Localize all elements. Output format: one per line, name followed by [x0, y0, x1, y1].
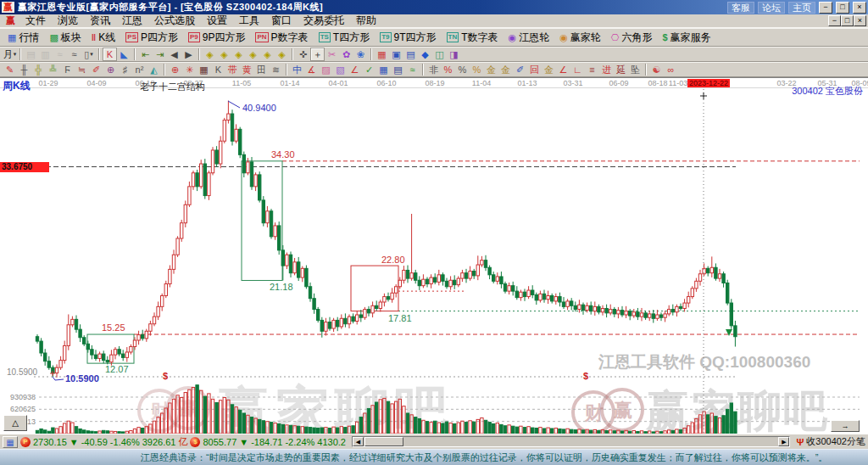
close-button[interactable]: ×: [853, 2, 866, 14]
nav-cut-tool-icon[interactable]: ✂: [325, 48, 339, 61]
nav-gann-diamond-4-icon[interactable]: ◈: [246, 48, 260, 61]
draw-percent-icon[interactable]: %: [455, 63, 470, 76]
nav-trend-flag-icon[interactable]: ◣: [117, 48, 131, 61]
draw-bars-icon[interactable]: 非: [426, 63, 441, 76]
menu-item-0[interactable]: 文件: [19, 14, 52, 28]
menu-item-1[interactable]: 浏览: [52, 14, 84, 28]
draw-advance-icon[interactable]: 进: [599, 63, 614, 76]
expand-pane-button[interactable]: △: [3, 415, 27, 431]
scrollbar-thumb[interactable]: [364, 437, 403, 446]
toolbar-t-square-button[interactable]: TST四方形: [314, 30, 376, 46]
minimize-button[interactable]: −: [819, 2, 832, 14]
nav-zigzag-b-icon[interactable]: ≈: [67, 48, 81, 61]
menu-item-4[interactable]: 公式选股: [148, 14, 201, 28]
nav-gann-diamond-5-icon[interactable]: ◈: [260, 48, 275, 61]
doc-minimize-button[interactable]: −: [828, 15, 841, 26]
nav-flower-tool-icon[interactable]: ✿: [339, 48, 353, 61]
draw-percent-red-icon[interactable]: %: [441, 63, 455, 76]
draw-compass-icon[interactable]: ◭: [147, 63, 161, 76]
nav-last-page-icon[interactable]: ⇥: [153, 48, 167, 61]
scrollbar-left-arrow-icon[interactable]: ◀: [353, 437, 364, 446]
draw-angle-2-icon[interactable]: ∠: [556, 63, 570, 76]
draw-golden-2-icon[interactable]: 金: [498, 63, 513, 76]
draw-grid-blue-icon[interactable]: ▦: [376, 63, 391, 76]
nav-save-icon[interactable]: ◆: [418, 48, 432, 61]
draw-gann-grid-2-icon[interactable]: ╩: [46, 63, 60, 76]
draw-star-burst-icon[interactable]: ✳: [182, 63, 197, 76]
toolbar-t-table-button[interactable]: TNT数字表: [442, 30, 504, 46]
nav-gann-diamond-6-icon[interactable]: ◈: [275, 48, 289, 61]
menu-item-5[interactable]: 设置: [201, 14, 233, 28]
draw-k-mark-icon[interactable]: Κ: [211, 63, 225, 76]
draw-fan-lines-icon[interactable]: ∡: [304, 63, 319, 76]
draw-angle-3-icon[interactable]: ∟: [570, 63, 585, 76]
nav-crosshair-tool-icon[interactable]: ＋: [310, 48, 325, 61]
nav-gann-diamond-2-icon[interactable]: ◈: [217, 48, 231, 61]
menu-item-8[interactable]: 交易委托: [298, 14, 350, 28]
draw-circle-cross-icon[interactable]: ⊕: [103, 63, 118, 76]
nav-first-page-icon[interactable]: ⇤: [138, 48, 153, 61]
draw-gann-grid-icon[interactable]: ╬: [31, 63, 46, 76]
nav-gann-diamond-3-icon[interactable]: ◈: [231, 48, 246, 61]
support-link[interactable]: 客服: [727, 2, 754, 14]
draw-golden-1-icon[interactable]: 金: [484, 63, 498, 76]
nav-candle-style-icon[interactable]: ▯▾: [81, 48, 96, 61]
doc-restore-button[interactable]: □: [841, 15, 854, 26]
nav-notebook-icon[interactable]: ▤: [403, 48, 418, 61]
nav-hand-tool-icon[interactable]: ✜: [296, 48, 310, 61]
menu-item-2[interactable]: 资讯: [84, 14, 116, 28]
draw-waves-icon[interactable]: ≈: [405, 63, 420, 76]
restore-button[interactable]: □: [836, 2, 849, 14]
draw-infinity-icon[interactable]: ∞: [664, 63, 678, 76]
nav-gann-diamond-1-icon[interactable]: ◈: [203, 48, 217, 61]
toolbar-gann-wheel-button[interactable]: ◉江恩轮: [504, 30, 555, 46]
toolbar-9p-square-button[interactable]: P99P四方形: [183, 30, 250, 46]
draw-hash-icon[interactable]: ♯: [118, 63, 132, 76]
draw-center-line-icon[interactable]: 中: [290, 63, 304, 76]
forum-link[interactable]: 论坛: [758, 2, 785, 14]
menu-item-7[interactable]: 窗口: [265, 14, 298, 28]
draw-pen-2-icon[interactable]: ✐: [89, 63, 103, 76]
draw-band-red-icon[interactable]: 带: [225, 63, 240, 76]
toolbar-p-table-button[interactable]: PNP数字表: [250, 30, 313, 46]
toolbar-sectors-button[interactable]: ▩板块: [44, 30, 86, 46]
draw-flag-f-icon[interactable]: Ϝ: [60, 63, 75, 76]
draw-percent-gold-icon[interactable]: %: [470, 63, 484, 76]
draw-n-square-icon[interactable]: n²: [132, 63, 147, 76]
toolbar-hexagon-button[interactable]: ⎔六角形: [606, 30, 658, 46]
draw-yinyang-icon[interactable]: ☯: [649, 63, 664, 76]
toolbar-winner-wheel-button[interactable]: ◉赢家轮: [554, 30, 606, 46]
draw-ruler-icon[interactable]: ≒: [75, 63, 89, 76]
home-link[interactable]: 主页: [788, 2, 815, 14]
draw-angle-line-icon[interactable]: ∠: [348, 63, 362, 76]
nav-calendar-icon[interactable]: ▦: [375, 48, 389, 61]
draw-target-icon[interactable]: ⊕: [168, 63, 182, 76]
nav-web-tool-icon[interactable]: ❀: [353, 48, 368, 61]
draw-shade-2-icon[interactable]: ▧: [333, 63, 348, 76]
nav-next-bar-icon[interactable]: ▶: [181, 48, 196, 61]
draw-panel-icon[interactable]: ▤: [391, 63, 405, 76]
draw-square-grid-icon[interactable]: ▦: [197, 63, 211, 76]
draw-golden-pen-icon[interactable]: ✐: [513, 63, 527, 76]
nav-period-month-icon[interactable]: 月▾: [3, 48, 17, 61]
scrollbar-right-arrow-icon[interactable]: ▶: [778, 437, 789, 446]
nav-calculator-icon[interactable]: ▣: [389, 48, 403, 61]
toolbar-winner-service-button[interactable]: $赢家服务: [657, 30, 715, 46]
market-grid-icon[interactable]: ▦: [3, 436, 18, 448]
draw-gann-box-icon[interactable]: 回: [527, 63, 542, 76]
menu-item-9[interactable]: 帮助: [350, 14, 382, 28]
draw-extend-icon[interactable]: 延: [614, 63, 628, 76]
toolbar-9t-square-button[interactable]: T99T四方形: [375, 30, 441, 46]
draw-field-grid-icon[interactable]: 田: [254, 63, 269, 76]
draw-drop-tool-icon[interactable]: 坠: [628, 63, 643, 76]
chart-scrollbar[interactable]: ◀ ▶: [352, 436, 790, 447]
nav-print-icon[interactable]: ◨: [447, 48, 461, 61]
menu-item-3[interactable]: 江恩: [116, 14, 148, 28]
draw-steps-icon[interactable]: ≡: [585, 63, 599, 76]
draw-golden-3-icon[interactable]: 金: [542, 63, 556, 76]
menu-item-6[interactable]: 工具: [233, 14, 265, 28]
scroll-right-button[interactable]: →: [831, 420, 860, 432]
nav-prev-bar-icon[interactable]: ◀: [167, 48, 181, 61]
toolbar-market-button[interactable]: ▦行情: [3, 30, 44, 46]
doc-close-button[interactable]: ×: [854, 15, 866, 26]
